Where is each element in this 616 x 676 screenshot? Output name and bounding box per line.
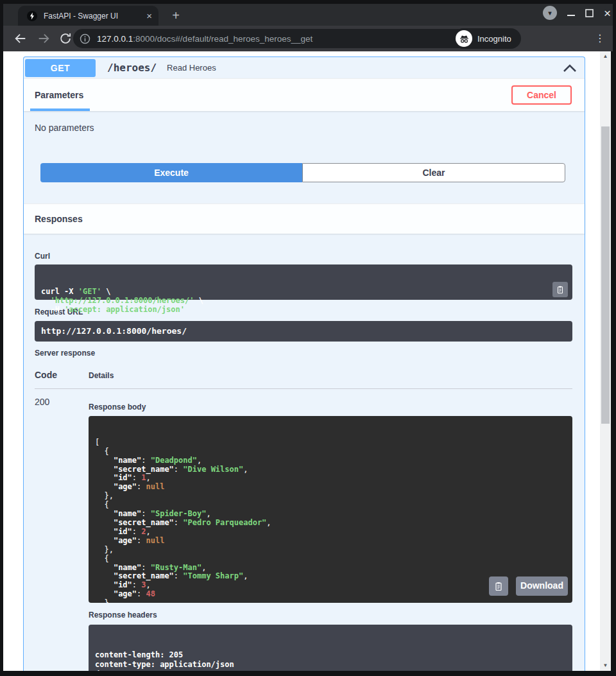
curl-copy-icon[interactable]	[552, 282, 568, 297]
page-scrollbar[interactable]: ▲ ▼	[600, 51, 611, 671]
parameters-header: Parameters Cancel	[24, 78, 585, 111]
minimize-icon[interactable]	[567, 15, 575, 16]
browser-menu-icon[interactable]: ⋮	[595, 31, 605, 46]
endpoint-path: /heroes/	[107, 62, 157, 74]
response-copy-icon[interactable]	[489, 576, 508, 596]
url-host: 127.0.0.1	[97, 34, 133, 44]
no-parameters-text: No parameters	[24, 111, 585, 133]
responses-section: Curl curl -X 'GET' \ 'http://127.0.0.1:8…	[24, 234, 585, 671]
incognito-icon	[456, 30, 472, 47]
tab-parameters[interactable]: Parameters	[35, 90, 83, 100]
back-icon[interactable]	[13, 31, 28, 46]
execute-button-group: Execute Clear	[40, 163, 565, 182]
responses-header: Responses	[24, 204, 585, 234]
response-body-json: [ { "name": "Deadpond", "secret_name": "…	[89, 416, 572, 603]
curl-command-text: curl -X 'GET' \ 'http://127.0.0.1:8000/h…	[41, 287, 547, 314]
site-info-icon[interactable]	[80, 33, 90, 44]
response-headers-value: content-length: 205content-type: applica…	[89, 625, 572, 671]
curl-command: curl -X 'GET' \ 'http://127.0.0.1:8000/h…	[35, 264, 572, 300]
tab-strip: FastAPI - Swagger UI × + ▾ ×	[0, 0, 616, 26]
http-method-badge: GET	[25, 59, 96, 77]
browser-tab[interactable]: FastAPI - Swagger UI ×	[18, 6, 158, 26]
status-code: 200	[35, 397, 89, 671]
collapse-chevron-icon[interactable]	[563, 64, 577, 73]
active-tab-underline	[30, 108, 90, 111]
scrollbar-thumb[interactable]	[601, 126, 610, 424]
fastapi-favicon-icon	[27, 11, 37, 21]
response-body-actions: Download	[489, 576, 568, 596]
browser-window: FastAPI - Swagger UI × + ▾ × 127.0.0.1	[0, 0, 616, 676]
browser-toolbar: 127.0.0.1:8000/docs#/default/read_heroes…	[3, 26, 613, 51]
response-headers-label: Response headers	[89, 611, 572, 620]
incognito-label: Incognito	[477, 34, 511, 44]
url-text: 127.0.0.1:8000/docs#/default/read_heroes…	[97, 34, 497, 44]
endpoint-summary: Read Heroes	[167, 63, 216, 73]
response-table-header: Code Details	[35, 370, 572, 389]
details-column-header: Details	[89, 371, 114, 380]
execute-section: No parameters Execute Clear	[24, 111, 585, 204]
window-controls: ▾ ×	[543, 3, 611, 23]
response-row-200: 200 Response body [ { "name": "Deadpond"…	[35, 397, 572, 671]
window-menu-icon[interactable]: ▾	[543, 6, 557, 20]
scrollbar-up-icon[interactable]: ▲	[600, 51, 611, 62]
operation-summary-row[interactable]: GET /heroes/ Read Heroes	[24, 57, 585, 78]
new-tab-button[interactable]: +	[167, 8, 184, 24]
url-path: :8000/docs#/default/read_heroes_heroes__…	[133, 34, 312, 44]
cancel-button[interactable]: Cancel	[511, 85, 572, 105]
response-details: Response body [ { "name": "Deadpond", "s…	[89, 397, 572, 671]
reload-icon[interactable]	[58, 31, 73, 46]
window-close-icon[interactable]: ×	[604, 7, 611, 19]
responses-title: Responses	[35, 214, 83, 224]
page-content: GET /heroes/ Read Heroes Parameters Canc…	[3, 51, 600, 671]
tab-close-icon[interactable]: ×	[146, 11, 152, 21]
server-response-label: Server response	[35, 342, 572, 358]
url-bar[interactable]: 127.0.0.1:8000/docs#/default/read_heroes…	[73, 29, 514, 48]
clear-button[interactable]: Clear	[302, 163, 565, 182]
curl-label: Curl	[35, 234, 572, 261]
download-button[interactable]: Download	[516, 576, 568, 596]
response-body-label: Response body	[89, 403, 572, 412]
execute-button[interactable]: Execute	[40, 163, 302, 182]
code-column-header: Code	[35, 370, 89, 380]
maximize-icon[interactable]	[585, 9, 594, 17]
response-headers-text: content-length: 205content-type: applica…	[95, 650, 566, 671]
request-url-value: http://127.0.0.1:8000/heroes/	[35, 321, 572, 342]
operation-block-get-heroes: GET /heroes/ Read Heroes Parameters Canc…	[23, 56, 585, 671]
forward-icon[interactable]	[37, 31, 51, 46]
scrollbar-down-icon[interactable]: ▼	[600, 661, 611, 671]
incognito-badge: Incognito	[453, 28, 521, 49]
tab-title: FastAPI - Swagger UI	[44, 12, 146, 21]
